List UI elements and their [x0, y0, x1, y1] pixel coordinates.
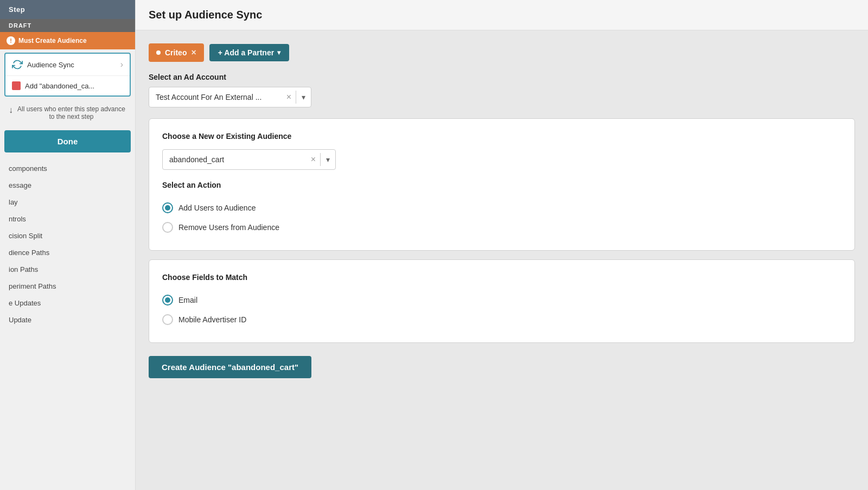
sidebar-item-update[interactable]: Update [0, 311, 135, 328]
audience-sync-item[interactable]: Audience Sync › [5, 54, 130, 76]
sidebar-item-decision-split[interactable]: cision Split [0, 227, 135, 244]
draft-badge: DRAFT [0, 19, 135, 32]
main-content: Set up Audience Sync Criteo × + Add a Pa… [136, 0, 868, 490]
done-button[interactable]: Done [4, 130, 131, 152]
must-create-banner: ! Must Create Audience [0, 32, 135, 49]
add-audience-item[interactable]: Add "abandoned_ca... [5, 76, 130, 96]
add-users-radio[interactable] [162, 202, 173, 213]
page-header: Set up Audience Sync [136, 0, 868, 30]
content-area: Criteo × + Add a Partner ▾ Select an Ad … [136, 30, 868, 391]
ad-account-label: Select an Ad Account [149, 73, 855, 81]
audience-clear-icon[interactable]: × [307, 155, 320, 164]
ad-account-chevron-icon[interactable]: ▾ [296, 93, 311, 101]
remove-users-label: Remove Users from Audience [178, 223, 279, 232]
down-arrow-icon: ↓ [9, 105, 13, 115]
create-audience-button[interactable]: Create Audience "abandoned_cart" [149, 356, 311, 378]
audience-action-card: Choose a New or Existing Audience abando… [149, 118, 855, 251]
partner-name: Criteo [165, 48, 187, 57]
action-label: Select an Action [162, 181, 841, 189]
ad-account-select[interactable]: Test Account For An External ... × ▾ [149, 87, 311, 107]
sidebar: Step DRAFT ! Must Create Audience Audien… [0, 0, 136, 490]
mobile-label: Mobile Advertiser ID [178, 315, 246, 324]
page-title: Set up Audience Sync [149, 9, 855, 21]
sidebar-item-action-paths[interactable]: ion Paths [0, 261, 135, 278]
remove-users-option[interactable]: Remove Users from Audience [162, 218, 841, 237]
chevron-right-icon: › [120, 60, 123, 69]
sidebar-item-audience-paths[interactable]: dience Paths [0, 244, 135, 261]
audience-select[interactable]: abandoned_cart × ▾ [162, 149, 336, 170]
audience-value: abandoned_cart [163, 150, 307, 169]
add-audience-label: Add "abandoned_ca... [25, 82, 94, 90]
audience-chevron-icon[interactable]: ▾ [321, 155, 335, 164]
email-option[interactable]: Email [162, 290, 841, 310]
sync-icon [12, 59, 23, 70]
action-radio-group: Add Users to Audience Remove Users from … [162, 198, 841, 237]
sidebar-item-controls[interactable]: ntrols [0, 211, 135, 227]
email-label: Email [178, 296, 197, 304]
ad-account-section: Select an Ad Account Test Account For An… [149, 73, 855, 118]
sidebar-nav: components essage lay ntrols cision Spli… [0, 157, 135, 332]
sidebar-item-ce-updates[interactable]: e Updates [0, 295, 135, 311]
sidebar-item-message[interactable]: essage [0, 177, 135, 194]
sidebar-item-delay[interactable]: lay [0, 194, 135, 211]
add-users-option[interactable]: Add Users to Audience [162, 198, 841, 218]
ad-account-value: Test Account For An External ... [149, 87, 282, 107]
fields-label: Choose Fields to Match [162, 273, 841, 282]
audience-label: Choose a New or Existing Audience [162, 132, 841, 141]
advance-note: ↓ All users who enter this step advance … [0, 100, 135, 126]
stop-icon [12, 81, 21, 90]
audience-sync-label: Audience Sync [27, 61, 74, 69]
step-card: Audience Sync › Add "abandoned_ca... [4, 53, 131, 97]
action-section: Select an Action Add Users to Audience R… [162, 181, 841, 237]
partner-dot-icon [156, 50, 161, 55]
email-radio[interactable] [162, 295, 173, 306]
ad-account-clear-icon[interactable]: × [282, 92, 296, 102]
fields-card: Choose Fields to Match Email Mobile Adve… [149, 259, 855, 343]
sidebar-item-experiment-paths[interactable]: periment Paths [0, 278, 135, 295]
partner-bar: Criteo × + Add a Partner ▾ [149, 43, 855, 62]
remove-users-radio[interactable] [162, 222, 173, 233]
fields-radio-group: Email Mobile Advertiser ID [162, 290, 841, 329]
add-partner-button[interactable]: + Add a Partner ▾ [209, 44, 289, 61]
mobile-radio[interactable] [162, 314, 173, 325]
warning-icon: ! [7, 36, 15, 45]
add-users-label: Add Users to Audience [178, 203, 256, 212]
sidebar-item-components[interactable]: components [0, 160, 135, 177]
add-partner-label: + Add a Partner [218, 48, 274, 57]
audience-section: Choose a New or Existing Audience abando… [162, 132, 841, 170]
chevron-down-icon: ▾ [277, 49, 280, 56]
step-header: Step [0, 0, 135, 19]
criteo-partner-tag[interactable]: Criteo × [149, 43, 204, 62]
close-icon[interactable]: × [191, 48, 196, 58]
mobile-option[interactable]: Mobile Advertiser ID [162, 310, 841, 329]
